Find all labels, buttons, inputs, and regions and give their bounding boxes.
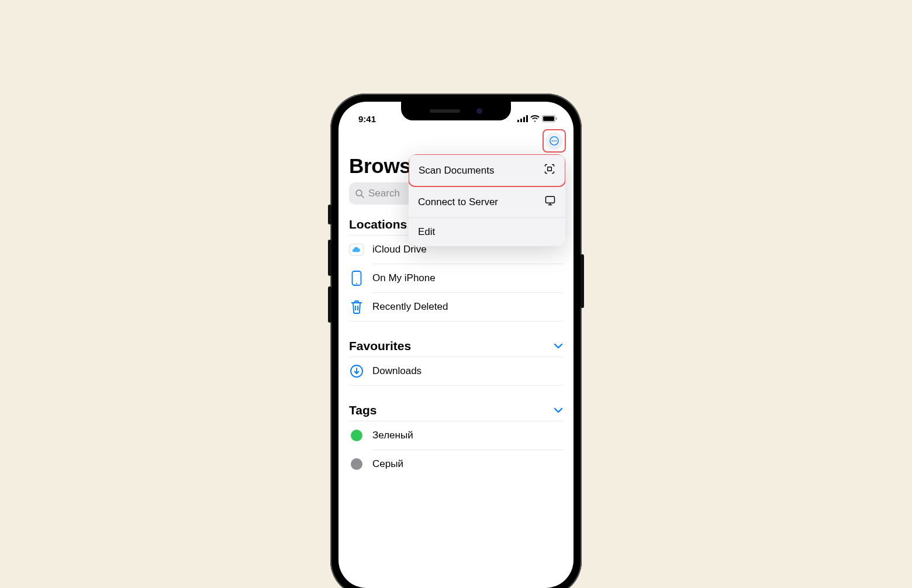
phone-frame: 9:41 Bro bbox=[330, 94, 582, 588]
list-item-label: Downloads bbox=[372, 365, 422, 377]
cloud-icon bbox=[349, 242, 364, 257]
nav-bar bbox=[338, 127, 574, 154]
cellular-icon bbox=[517, 114, 528, 124]
chevron-down-icon bbox=[554, 405, 563, 416]
svg-point-9 bbox=[554, 140, 555, 141]
svg-rect-0 bbox=[517, 120, 519, 122]
tag-green[interactable]: Зеленый bbox=[349, 421, 563, 449]
tag-grey[interactable]: Серый bbox=[349, 450, 563, 478]
svg-rect-6 bbox=[556, 117, 557, 120]
svg-point-10 bbox=[555, 140, 557, 141]
svg-rect-14 bbox=[546, 196, 555, 203]
power-button bbox=[581, 254, 584, 308]
svg-rect-5 bbox=[543, 116, 554, 121]
status-time: 9:41 bbox=[358, 114, 376, 124]
svg-rect-13 bbox=[548, 167, 552, 171]
tag-dot-icon bbox=[351, 458, 362, 470]
wifi-icon bbox=[530, 114, 540, 124]
section-title: Favourites bbox=[349, 339, 411, 353]
display-icon bbox=[544, 195, 556, 209]
ellipsis-icon bbox=[549, 136, 559, 146]
trash-icon bbox=[349, 300, 364, 314]
more-popover: Scan Documents Connect to Server Edit bbox=[409, 154, 565, 246]
volume-up-button bbox=[328, 240, 331, 276]
chevron-down-icon bbox=[554, 341, 563, 351]
svg-rect-2 bbox=[523, 117, 525, 122]
favourite-downloads[interactable]: Downloads bbox=[349, 357, 563, 385]
menu-edit[interactable]: Edit bbox=[409, 218, 565, 246]
list-item-label: Серый bbox=[372, 458, 403, 470]
svg-rect-1 bbox=[520, 119, 522, 122]
speaker-grille bbox=[430, 109, 460, 113]
svg-rect-3 bbox=[526, 115, 528, 122]
volume-down-button bbox=[328, 286, 331, 323]
front-camera bbox=[476, 108, 482, 114]
list-item-label: Зеленый bbox=[372, 430, 413, 441]
list-item-label: On My iPhone bbox=[372, 272, 436, 284]
tags-header[interactable]: Tags bbox=[349, 403, 563, 421]
notch bbox=[401, 102, 511, 120]
menu-connect-to-server[interactable]: Connect to Server bbox=[409, 186, 565, 218]
tag-dot-icon bbox=[351, 430, 362, 441]
location-on-my-iphone[interactable]: On My iPhone bbox=[349, 264, 563, 292]
section-title: Locations bbox=[349, 217, 407, 231]
svg-point-19 bbox=[356, 283, 357, 284]
menu-item-label: Scan Documents bbox=[419, 165, 494, 177]
favourites-header[interactable]: Favourites bbox=[349, 339, 563, 357]
section-title: Tags bbox=[349, 403, 376, 417]
battery-icon bbox=[542, 114, 557, 124]
svg-line-12 bbox=[361, 195, 364, 197]
menu-item-label: Edit bbox=[418, 226, 435, 238]
menu-item-label: Connect to Server bbox=[418, 196, 498, 208]
menu-scan-documents[interactable]: Scan Documents bbox=[409, 154, 565, 187]
search-placeholder: Search bbox=[368, 188, 400, 199]
location-recently-deleted[interactable]: Recently Deleted bbox=[349, 293, 563, 321]
scan-icon bbox=[544, 163, 555, 178]
download-icon bbox=[349, 364, 364, 378]
screen: 9:41 Bro bbox=[338, 102, 574, 588]
search-icon bbox=[355, 189, 365, 199]
mute-switch bbox=[328, 205, 331, 224]
iphone-icon bbox=[349, 271, 364, 286]
list-item-label: Recently Deleted bbox=[372, 301, 448, 313]
more-button[interactable] bbox=[545, 132, 563, 150]
svg-point-8 bbox=[552, 140, 553, 141]
